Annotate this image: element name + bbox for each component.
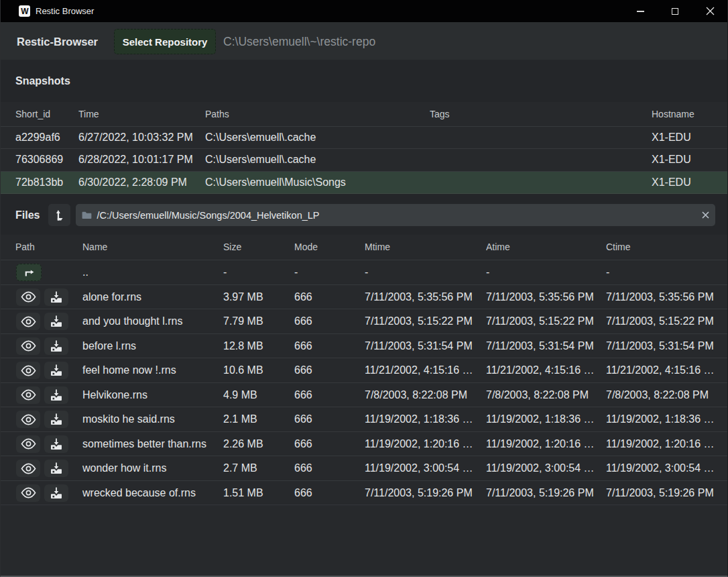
go-parent-directory-button[interactable] <box>16 264 42 281</box>
column-header-mode: Mode <box>294 235 365 260</box>
snapshots-table: Short_id Time Paths Tags Hostname a2299a… <box>1 102 727 194</box>
snapshot-row[interactable]: 72b813bb 6/30/2022, 2:28:09 PM C:\Users\… <box>1 171 727 193</box>
column-header-short-id: Short_id <box>1 102 78 127</box>
file-name: sometimes better than.rns <box>82 431 223 456</box>
snapshots-header-row: Short_id Time Paths Tags Hostname <box>1 102 727 127</box>
minimize-button[interactable] <box>623 0 658 22</box>
file-mode: 666 <box>294 309 365 334</box>
file-size: 2.7 MB <box>223 456 294 481</box>
file-row: before l.rns 12.8 MB 666 7/11/2003, 5:31… <box>1 333 727 358</box>
eye-icon <box>20 435 37 452</box>
snapshot-short-id: 72b813bb <box>1 171 78 193</box>
snapshot-row[interactable]: 76306869 6/28/2022, 10:01:17 PM C:\Users… <box>1 149 727 171</box>
repository-path: C:\Users\emuell\~\restic-repo <box>223 35 375 49</box>
download-file-button[interactable] <box>44 435 68 453</box>
eye-icon <box>20 460 37 477</box>
download-file-button[interactable] <box>44 288 68 306</box>
download-icon <box>48 436 64 452</box>
file-name: wrecked because of.rns <box>82 480 223 505</box>
eye-icon <box>20 362 37 379</box>
download-file-button[interactable] <box>44 362 68 379</box>
view-file-button[interactable] <box>16 435 40 453</box>
file-ctime: 7/11/2003, 5:35:56 PM <box>606 284 727 309</box>
select-repository-button[interactable]: Select Repository <box>114 29 216 54</box>
snapshot-paths: C:\Users\emuell\.cache <box>205 149 430 171</box>
file-actions-cell <box>1 260 82 284</box>
column-header-name: Name <box>82 235 223 260</box>
file-mtime: - <box>365 260 486 284</box>
download-file-button[interactable] <box>44 337 68 355</box>
download-file-button[interactable] <box>44 411 68 428</box>
files-path-text: /C:/Users/emuell/Music/Songs/2004_Helvet… <box>97 210 696 221</box>
file-atime: 7/8/2003, 8:22:08 PM <box>486 382 606 407</box>
eye-icon <box>20 484 37 501</box>
close-button[interactable] <box>692 0 727 22</box>
file-name: and you thought l.rns <box>82 309 223 334</box>
file-actions-cell <box>1 309 82 334</box>
file-actions-cell <box>1 382 82 407</box>
file-row: moskito he said.rns 2.1 MB 666 11/19/200… <box>1 407 727 432</box>
download-icon <box>48 485 64 501</box>
file-mode: - <box>294 260 365 284</box>
file-ctime: 7/11/2003, 5:31:54 PM <box>606 333 727 358</box>
file-mtime: 7/8/2003, 8:22:08 PM <box>365 382 486 407</box>
file-mode: 666 <box>294 284 365 309</box>
file-mode: 666 <box>294 358 365 383</box>
arrow-up-right-icon <box>22 267 36 278</box>
view-file-button[interactable] <box>16 313 40 330</box>
column-header-hostname: Hostname <box>652 102 727 127</box>
view-file-button[interactable] <box>16 484 40 502</box>
download-file-button[interactable] <box>44 386 68 404</box>
file-ctime: 11/19/2002, 3:00:54 … <box>606 456 727 481</box>
snapshot-hostname: X1-EDU <box>652 171 727 193</box>
file-ctime: 7/8/2003, 8:22:08 PM <box>606 382 727 407</box>
download-file-button[interactable] <box>44 484 68 502</box>
view-file-button[interactable] <box>16 288 40 306</box>
download-icon <box>48 313 64 329</box>
eye-icon <box>20 411 37 428</box>
file-row: sometimes better than.rns 2.26 MB 666 11… <box>1 431 727 456</box>
view-file-button[interactable] <box>16 362 40 379</box>
titlebar: W Restic Browser <box>1 0 727 22</box>
file-atime: 7/11/2003, 5:31:54 PM <box>486 333 606 358</box>
files-table-empty-area <box>1 505 727 576</box>
file-atime: 11/19/2002, 3:00:54 … <box>486 456 606 481</box>
column-header-time: Time <box>78 102 205 127</box>
view-file-button[interactable] <box>16 337 40 355</box>
file-actions-cell <box>1 284 82 309</box>
download-icon <box>48 338 64 354</box>
column-header-atime: Atime <box>486 235 606 260</box>
clear-path-icon[interactable] <box>702 211 709 219</box>
maximize-button[interactable] <box>658 0 692 22</box>
file-name: .. <box>82 260 223 284</box>
arrow-from-bottom-icon <box>53 209 66 222</box>
app-window: W Restic Browser Restic-Browser Select R… <box>0 0 728 577</box>
file-ctime: - <box>606 260 727 284</box>
file-mtime: 11/19/2002, 1:18:36 … <box>365 407 486 432</box>
eye-icon <box>20 386 37 403</box>
snapshot-time: 6/27/2022, 10:03:32 PM <box>78 127 205 149</box>
snapshot-paths: C:\Users\emuell\Music\Songs <box>205 171 430 193</box>
column-header-mtime: Mtime <box>365 235 486 260</box>
dump-snapshot-button[interactable] <box>48 204 70 226</box>
download-file-button[interactable] <box>44 313 68 330</box>
snapshot-row[interactable]: a2299af6 6/27/2022, 10:03:32 PM C:\Users… <box>1 127 727 149</box>
snapshot-short-id: a2299af6 <box>1 127 78 149</box>
file-mtime: 7/11/2003, 5:35:56 PM <box>365 284 486 309</box>
file-atime: 11/21/2002, 4:15:16 … <box>486 358 606 383</box>
download-icon <box>48 411 64 427</box>
view-file-button[interactable] <box>16 460 40 477</box>
view-file-button[interactable] <box>16 411 40 428</box>
download-file-button[interactable] <box>44 460 68 477</box>
file-ctime: 11/19/2002, 1:20:16 … <box>606 431 727 456</box>
maximize-icon <box>672 8 678 15</box>
files-path-bar[interactable]: /C:/Users/emuell/Music/Songs/2004_Helvet… <box>76 204 715 226</box>
download-icon <box>48 289 64 305</box>
file-ctime: 7/11/2003, 5:19:26 PM <box>606 480 727 505</box>
file-mode: 666 <box>294 456 365 481</box>
view-file-button[interactable] <box>16 386 40 404</box>
file-ctime: 7/11/2003, 5:15:22 PM <box>606 309 727 334</box>
snapshots-heading: Snapshots <box>15 75 70 87</box>
snapshot-time: 6/30/2022, 2:28:09 PM <box>78 171 205 193</box>
file-mtime: 11/21/2002, 4:15:16 … <box>365 358 486 383</box>
